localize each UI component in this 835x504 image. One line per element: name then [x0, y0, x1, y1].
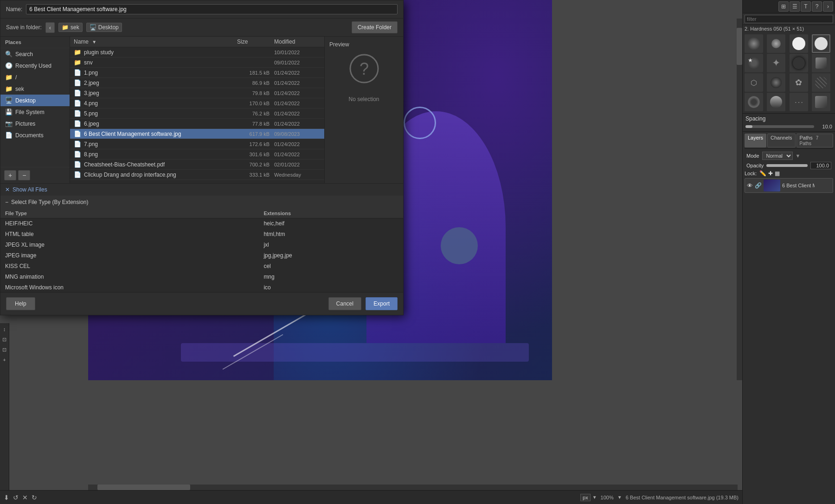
zoom-control[interactable]: px ▼	[580, 494, 597, 501]
filetype-cel: KISS CEL	[0, 261, 259, 272]
tool-zoom[interactable]: +	[0, 356, 9, 364]
brush-item-10[interactable]	[767, 73, 785, 92]
file-icon-4png: 📄	[74, 100, 81, 107]
place-search[interactable]: 🔍 Search	[0, 48, 70, 60]
col-size-header[interactable]: Size	[237, 38, 274, 45]
layer-link-icon[interactable]: 🔗	[755, 182, 762, 189]
place-root[interactable]: 📁 /	[0, 71, 70, 83]
file-row-8png[interactable]: 📄 8.png 301.6 kB 01/24/2022	[70, 149, 324, 159]
brush-item-12[interactable]	[812, 73, 830, 92]
file-row-snv[interactable]: 📁 snv 09/01/2022	[70, 57, 324, 68]
text-btn[interactable]: T	[801, 1, 811, 12]
list-view-btn[interactable]: ☰	[790, 1, 800, 12]
export-button[interactable]: Export	[366, 297, 398, 310]
file-row-6jpeg[interactable]: 📄 6.jpeg 77.8 kB 01/24/2022	[70, 119, 324, 129]
filename-input[interactable]	[26, 4, 398, 14]
export-icon[interactable]: ⬇	[4, 494, 9, 501]
brush-item-16[interactable]	[812, 93, 830, 111]
place-recently-used[interactable]: 🕐 Recently Used	[0, 60, 70, 71]
file-row-5png[interactable]: 📄 5.png 76.2 kB 01/24/2022	[70, 108, 324, 119]
file-row-1png[interactable]: 📄 1.png 181.5 kB 01/24/2022	[70, 68, 324, 78]
breadcrumb-desktop[interactable]: 🖥️ Desktop	[86, 23, 122, 32]
brush-item-14[interactable]	[767, 93, 785, 111]
mode-select[interactable]: Normal	[762, 152, 793, 160]
remove-place-button[interactable]: −	[18, 170, 30, 180]
preview-panel: Preview ? No selection	[324, 37, 403, 183]
brush-filter-input[interactable]	[745, 15, 833, 23]
show-all-files-toggle[interactable]: ✕ Show All Files	[0, 184, 403, 196]
tab-paths[interactable]: Paths 7 Paths	[796, 134, 833, 147]
ext-heif: heic,heif	[259, 218, 403, 229]
ext-ico: ico	[259, 282, 403, 293]
lock-pixels-icon[interactable]: ✏️	[759, 170, 766, 177]
tool-select[interactable]: ⊡	[0, 335, 9, 344]
create-folder-button[interactable]: Create Folder	[352, 21, 398, 33]
tool-move[interactable]: ↕	[0, 325, 9, 333]
brush-item-13[interactable]	[745, 93, 763, 111]
file-row-plugin-study[interactable]: 📁 plugin study 10/01/2022	[70, 47, 324, 57]
brush-item-8[interactable]	[812, 54, 830, 72]
brush-item-11[interactable]: ✿	[790, 73, 808, 92]
filetype-row-ico[interactable]: Microsoft Windows icon ico	[0, 282, 403, 293]
file-row-2jpeg[interactable]: 📄 2.jpeg 86.9 kB 01/24/2022	[70, 78, 324, 88]
filetype-row-jxl[interactable]: JPEG XL image jxl	[0, 240, 403, 250]
help-btn[interactable]: ?	[812, 1, 822, 12]
breadcrumb-sek[interactable]: 📁 sek	[58, 23, 83, 32]
brush-item-3[interactable]	[790, 34, 808, 53]
lock-position-icon[interactable]: ✚	[768, 170, 773, 177]
place-documents[interactable]: 📄 Documents	[0, 129, 70, 141]
cancel-button[interactable]: Cancel	[328, 297, 361, 310]
file-row-6best[interactable]: 📄 6 Best Client Management software.jpg …	[70, 129, 324, 139]
eye-icon[interactable]: 👁	[747, 182, 753, 189]
col-modified-header[interactable]: Modified	[274, 38, 321, 45]
tab-layers[interactable]: Layers	[745, 134, 766, 147]
brush-item-4[interactable]	[812, 34, 830, 53]
unit-dropdown[interactable]: ▼	[592, 495, 597, 500]
brush-item-5[interactable]: ★	[745, 54, 763, 72]
lock-alpha-icon[interactable]: ▦	[775, 170, 780, 177]
zoom-dropdown[interactable]: ▼	[617, 495, 622, 500]
add-place-button[interactable]: +	[4, 170, 16, 180]
filetype-row-jpeg[interactable]: JPEG image jpg,jpeg,jpe	[0, 250, 403, 261]
chevron-right-btn[interactable]: ›	[823, 1, 833, 12]
file-date-cheatsheet: 02/01/2022	[274, 162, 321, 167]
filetype-row-heif[interactable]: HEIF/HEIC heic,heif	[0, 218, 403, 229]
grid-view-btn[interactable]: ⊞	[778, 1, 789, 12]
layer-item[interactable]: 👁 🔗 6 Best Client Ma	[745, 178, 833, 193]
opacity-label: Opacity	[746, 163, 764, 168]
canvas-scrollbar-horizontal[interactable]	[88, 485, 738, 490]
canvas-scrollbar-vertical[interactable]	[737, 19, 742, 380]
filetype-row-mng[interactable]: MNG animation mng	[0, 272, 403, 282]
place-sek[interactable]: 📁 sek	[0, 83, 70, 95]
restore-icon[interactable]: ↻	[32, 494, 37, 501]
undo-icon[interactable]: ↺	[13, 494, 19, 501]
file-type-header[interactable]: − Select File Type (By Extension)	[0, 196, 403, 209]
brush-item-2[interactable]	[767, 34, 785, 53]
file-type-scroll[interactable]: File Type Extensions HEIF/HEIC heic,heif…	[0, 209, 403, 292]
brush-item-15[interactable]: ⋯	[790, 93, 808, 111]
place-filesystem[interactable]: 💾 File System	[0, 106, 70, 118]
tool-crop[interactable]: ⊡	[0, 345, 9, 354]
file-size-6best: 617.9 kB	[237, 131, 274, 137]
filetype-row-cel[interactable]: KISS CEL cel	[0, 261, 403, 272]
file-row-7png[interactable]: 📄 7.png 172.6 kB 01/24/2022	[70, 139, 324, 149]
file-row-cheatsheet[interactable]: 📄 Cheatsheet-Bias-Cheatsheet.pdf 700.2 k…	[70, 159, 324, 170]
file-row-4png[interactable]: 📄 4.png 170.0 kB 01/24/2022	[70, 98, 324, 108]
scrollbar-thumb-v	[737, 28, 742, 65]
brush-item-1[interactable]	[745, 34, 763, 53]
brush-item-9[interactable]: ⬡	[745, 73, 763, 92]
file-row-3jpeg[interactable]: 📄 3.jpeg 79.8 kB 01/24/2022	[70, 88, 324, 98]
back-button[interactable]: ‹	[45, 22, 55, 33]
help-button[interactable]: Help	[6, 297, 35, 310]
col-name-header[interactable]: Name ▼	[74, 38, 237, 45]
brush-item-7[interactable]	[790, 54, 808, 72]
file-row-clickup[interactable]: 📄 Clickup Drang and drop interface.png 3…	[70, 170, 324, 180]
place-pictures[interactable]: 📷 Pictures	[0, 118, 70, 129]
unit-select[interactable]: px	[580, 494, 591, 501]
discard-icon[interactable]: ✕	[22, 494, 28, 501]
place-desktop[interactable]: 🖥️ Desktop	[0, 95, 70, 106]
opacity-slider[interactable]	[766, 164, 808, 167]
filetype-row-html[interactable]: HTML table html,htm	[0, 229, 403, 240]
tab-channels[interactable]: Channels	[767, 134, 795, 147]
brush-item-6[interactable]: ✦	[767, 54, 785, 72]
